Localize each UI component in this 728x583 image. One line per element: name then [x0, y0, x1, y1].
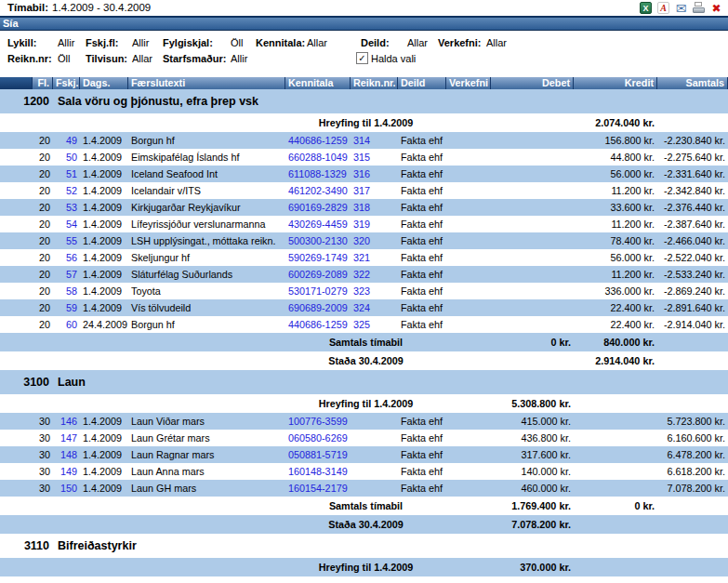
ledger-row[interactable]: 20521.4.2009Icelandair v/ITS461202-34903…	[0, 182, 728, 199]
header-verkefni[interactable]: Verkefni	[446, 77, 491, 89]
ledger-row[interactable]: 20561.4.2009Skeljungur hf590269-1749321F…	[0, 249, 728, 266]
filter-tilvisun-value[interactable]: Allar	[132, 53, 152, 64]
fskj-link[interactable]: 50	[53, 152, 80, 163]
header-fl[interactable]: Fl.	[33, 77, 53, 89]
kennitala-link[interactable]: 461202-3490	[285, 185, 351, 196]
ledger-row[interactable]: 20491.4.2009Borgun hf440686-1259314Fakta…	[0, 132, 728, 149]
close-icon[interactable]: ✖	[710, 2, 722, 14]
header-kennitala[interactable]: Kennitala	[285, 77, 351, 89]
filter-reiknnr-value[interactable]: Öll	[58, 53, 70, 64]
reiknnr-link[interactable]: 318	[351, 202, 398, 213]
kennitala-link[interactable]: 500300-2130	[285, 235, 351, 246]
reiknnr-link[interactable]: 319	[351, 219, 398, 230]
filter-starfsmadur-value[interactable]: Allir	[231, 53, 247, 64]
kennitala-link[interactable]: 611088-1329	[285, 168, 351, 179]
ledger-row[interactable]: 206024.4.2009Borgun hf440686-1259325Fakt…	[0, 316, 728, 333]
kennitala-link[interactable]: 690689-2009	[285, 302, 351, 313]
header-reiknnr[interactable]: Reikn.nr.	[351, 77, 398, 89]
reiknnr-link[interactable]: 324	[351, 302, 398, 313]
kennitala-link[interactable]: 430269-4459	[285, 219, 351, 230]
filter-deild-value[interactable]: Allar	[407, 37, 428, 48]
ledger-row[interactable]: 20501.4.2009Eimskipafélag Íslands hf6602…	[0, 149, 728, 166]
ledger-row[interactable]: 301461.4.2009Laun Viðar mars100776-3599F…	[0, 413, 728, 430]
dags-cell: 1.4.2009	[80, 168, 128, 179]
toolbar-icons: X A ✉ ✖	[640, 1, 722, 15]
fskj-link[interactable]: 53	[53, 202, 80, 213]
kennitala-link[interactable]: 530171-0279	[285, 285, 351, 297]
header-kredit[interactable]: Kredit	[574, 77, 657, 89]
reiknnr-link[interactable]: 325	[351, 319, 398, 330]
kredit-cell: 33.600 kr.	[574, 202, 657, 213]
reiknnr-link[interactable]: 317	[351, 185, 398, 196]
filter-section-header[interactable]: Sía	[0, 16, 728, 31]
kennitala-link[interactable]: 160154-2179	[285, 483, 351, 494]
ledger-row[interactable]: 20551.4.2009LSH upplýsingat., móttaka re…	[0, 232, 728, 249]
header-empty-cell	[0, 77, 33, 89]
ledger-row[interactable]: 20571.4.2009Sláturfélag Suðurlands600269…	[0, 266, 728, 283]
fskj-link[interactable]: 55	[53, 235, 80, 246]
fl-cell: 30	[33, 416, 53, 427]
header-faerslutexti[interactable]: Færslutexti	[128, 77, 285, 89]
header-fskj[interactable]: Fskj.	[53, 77, 80, 89]
filter-kennitala-value[interactable]: Allar	[307, 37, 327, 48]
email-icon[interactable]: ✉	[675, 2, 687, 14]
reiknnr-link[interactable]: 323	[351, 285, 398, 297]
ledger-row[interactable]: 20591.4.2009Vís tölvudeild690689-2009324…	[0, 299, 728, 316]
kennitala-link[interactable]: 690169-2829	[285, 202, 351, 213]
filter-verkefni-value[interactable]: Allar	[486, 37, 507, 48]
ledger-row[interactable]: 20581.4.2009Toyota530171-0279323Fakta eh…	[0, 283, 728, 299]
filter-lykill-value[interactable]: Allir	[58, 37, 74, 48]
kennitala-link[interactable]: 060580-6269	[285, 432, 351, 444]
fskj-link[interactable]: 58	[53, 285, 80, 297]
reiknnr-link[interactable]: 314	[351, 135, 398, 146]
print-icon[interactable]	[693, 2, 705, 14]
fskj-link[interactable]: 57	[53, 269, 80, 280]
ledger-row[interactable]: 301471.4.2009Laun Grétar mars060580-6269…	[0, 430, 728, 446]
ledger-row[interactable]: 20541.4.2009Lífeyrissjóður verslunarmann…	[0, 216, 728, 232]
fskj-link[interactable]: 150	[53, 483, 80, 494]
kennitala-link[interactable]: 660288-1049	[285, 152, 351, 163]
account-title: Sala vöru og þjónustu, efra þrep vsk	[58, 95, 258, 108]
fskj-link[interactable]: 149	[53, 466, 80, 477]
kennitala-link[interactable]: 050881-5719	[285, 449, 351, 460]
kennitala-link[interactable]: 440686-1259	[285, 135, 351, 146]
reiknnr-link[interactable]: 321	[351, 252, 398, 263]
kennitala-link[interactable]: 590269-1749	[285, 252, 351, 263]
fl-cell: 20	[33, 152, 53, 163]
header-dags[interactable]: Dags.	[80, 77, 128, 89]
filter-fskjfl-value[interactable]: Allir	[132, 37, 149, 48]
reiknnr-link[interactable]: 315	[351, 152, 398, 163]
fskj-link[interactable]: 60	[53, 319, 80, 330]
ledger-row[interactable]: 301491.4.2009Laun Anna mars160148-3149Fa…	[0, 463, 728, 480]
header-deild[interactable]: Deild	[398, 77, 446, 89]
ledger-row[interactable]: 301481.4.2009Laun Ragnar mars050881-5719…	[0, 446, 728, 463]
fskj-link[interactable]: 49	[53, 135, 80, 146]
fskj-link[interactable]: 51	[53, 168, 80, 179]
fskj-link[interactable]: 146	[53, 416, 80, 427]
halda-vali-checkbox[interactable]: ✓	[356, 52, 368, 64]
reiknnr-link[interactable]: 320	[351, 235, 398, 246]
samtals-cell: -2.466.040 kr.	[657, 235, 728, 246]
ledger-row[interactable]: 20511.4.2009Iceland Seafood Int611088-13…	[0, 166, 728, 182]
summary-label: Staða 30.4.2009	[285, 519, 446, 530]
fskj-link[interactable]: 59	[53, 302, 80, 313]
kennitala-link[interactable]: 440686-1259	[285, 319, 351, 330]
fskj-link[interactable]: 54	[53, 219, 80, 230]
kennitala-link[interactable]: 600269-2089	[285, 269, 351, 280]
export-pdf-icon[interactable]: A	[657, 2, 669, 14]
export-excel-icon[interactable]: X	[640, 2, 652, 14]
fskj-link[interactable]: 147	[53, 432, 80, 444]
fskj-link[interactable]: 148	[53, 449, 80, 460]
header-debet[interactable]: Debet	[491, 77, 574, 89]
fskj-link[interactable]: 52	[53, 185, 80, 196]
kennitala-link[interactable]: 100776-3599	[285, 416, 351, 427]
deild-cell: Fakta ehf	[398, 269, 446, 280]
reiknnr-link[interactable]: 322	[351, 269, 398, 280]
ledger-row[interactable]: 301501.4.2009Laun GH mars160154-2179Fakt…	[0, 480, 728, 497]
kennitala-link[interactable]: 160148-3149	[285, 466, 351, 477]
filter-fylgiskjal-value[interactable]: Öll	[231, 37, 243, 48]
header-samtals[interactable]: Samtals	[657, 77, 728, 89]
fskj-link[interactable]: 56	[53, 252, 80, 263]
ledger-row[interactable]: 20531.4.2009Kirkjugarðar Reykjavíkur6901…	[0, 199, 728, 216]
reiknnr-link[interactable]: 316	[351, 168, 398, 179]
